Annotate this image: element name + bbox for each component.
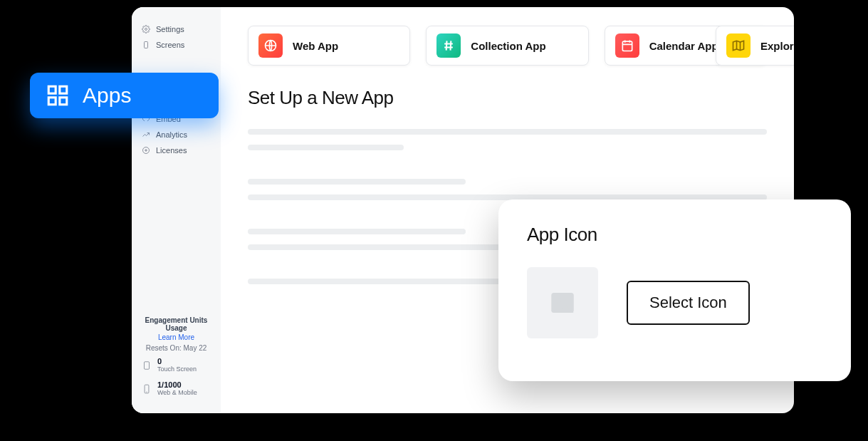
web-app-card[interactable]: Web App <box>248 26 410 66</box>
svg-marker-18 <box>733 41 744 50</box>
apps-badge-label: Apps <box>83 83 131 108</box>
chart-icon <box>142 130 150 139</box>
gear-icon <box>142 25 150 33</box>
sidebar-item-settings[interactable]: Settings <box>132 21 221 37</box>
app-icon-card: App Icon Select Icon <box>498 199 851 381</box>
globe-icon <box>258 33 283 58</box>
grid-icon <box>46 83 70 108</box>
sidebar: Settings Screens Members 1 Embed Analyti… <box>132 7 221 413</box>
sidebar-label: Settings <box>156 25 184 33</box>
apps-badge[interactable]: Apps <box>30 73 219 118</box>
card-label: Web App <box>293 40 338 52</box>
svg-line-12 <box>446 41 447 50</box>
map-icon <box>726 33 751 58</box>
card-label: Collection App <box>471 40 545 52</box>
usage-web-value: 1/1000 <box>157 381 197 389</box>
svg-point-0 <box>145 28 147 31</box>
card-label: Explore App <box>760 40 794 52</box>
svg-rect-6 <box>145 361 150 369</box>
explore-app-card[interactable]: Explore App <box>716 26 794 66</box>
usage-title: Engagement Units Usage <box>137 316 215 332</box>
sidebar-item-analytics[interactable]: Analytics <box>132 127 221 142</box>
svg-line-13 <box>451 41 451 50</box>
app-icon-title: App Icon <box>527 224 822 246</box>
svg-rect-22 <box>60 86 67 93</box>
svg-rect-1 <box>145 42 148 48</box>
form-skeleton-block-2 <box>248 179 767 200</box>
learn-more-link[interactable]: Learn More <box>137 333 215 341</box>
svg-rect-21 <box>48 86 56 93</box>
svg-point-26 <box>556 298 561 303</box>
usage-touch-row: 0 Touch Screen <box>137 355 215 375</box>
page-title: Set Up a New App <box>248 87 767 109</box>
tablet-icon <box>142 359 152 372</box>
sidebar-label: Screens <box>156 41 184 49</box>
select-icon-button[interactable]: Select Icon <box>627 281 750 325</box>
phone-icon <box>142 383 152 395</box>
svg-rect-14 <box>622 41 632 51</box>
svg-rect-23 <box>48 98 56 105</box>
sidebar-item-licenses[interactable]: Licenses <box>132 142 221 158</box>
usage-touch-label: Touch Screen <box>157 365 197 373</box>
svg-rect-24 <box>60 98 67 105</box>
screen-icon <box>142 41 150 49</box>
plus-circle-icon <box>142 146 150 155</box>
sidebar-label: Licenses <box>156 146 187 155</box>
usage-reset-text: Resets On: May 22 <box>137 344 215 352</box>
calendar-icon <box>615 33 639 58</box>
usage-web-label: Web & Mobile <box>157 389 197 396</box>
sidebar-label: Analytics <box>156 130 187 139</box>
form-skeleton-block-1 <box>248 129 767 150</box>
hash-icon <box>436 33 461 58</box>
app-type-cards: Web App Collection App Calendar App <box>248 26 767 66</box>
collection-app-card[interactable]: Collection App <box>426 26 588 66</box>
sidebar-item-screens[interactable]: Screens <box>132 37 221 53</box>
usage-web-row: 1/1000 Web & Mobile <box>137 378 215 399</box>
usage-touch-value: 0 <box>157 358 197 365</box>
icon-placeholder <box>527 267 598 338</box>
engagement-usage-panel: Engagement Units Usage Learn More Resets… <box>132 309 221 406</box>
image-icon <box>548 288 577 318</box>
card-label: Calendar App <box>649 40 718 52</box>
